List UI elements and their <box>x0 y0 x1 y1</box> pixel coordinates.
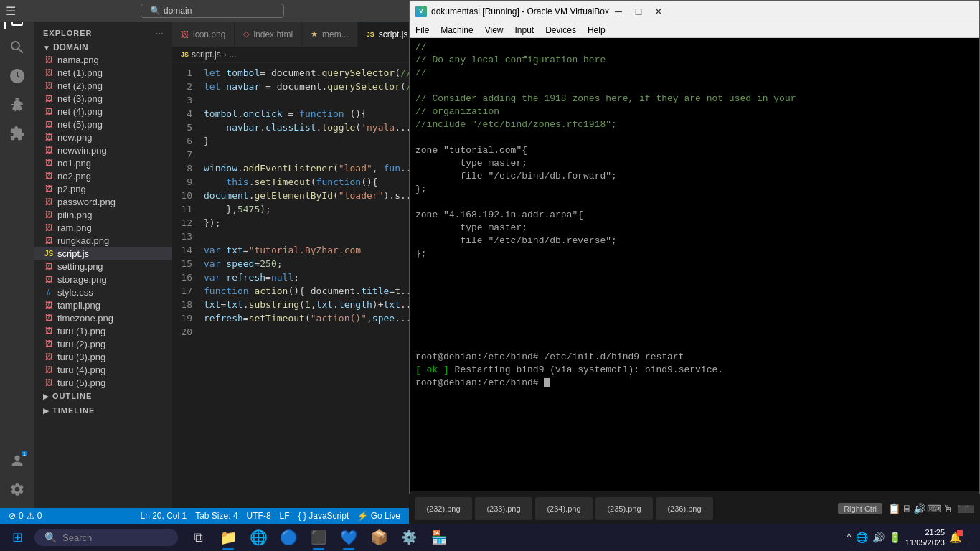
code-line-5: navbar.classList.toggle('nyala... <box>204 121 409 134</box>
taskbar-file-explorer[interactable]: 📁 <box>214 524 242 551</box>
sidebar-more-actions[interactable]: ··· <box>155 27 164 39</box>
file-pilih-png[interactable]: 🖼pilih.png <box>34 208 172 221</box>
tab-icon-png[interactable]: 🖼 icon.png <box>172 22 235 47</box>
vbox-close-button[interactable]: ✕ <box>649 4 668 19</box>
file-new-png[interactable]: 🖼new.png <box>34 131 172 143</box>
vbox-icon-3[interactable]: 🔊 <box>913 503 925 514</box>
vbox-menu-input[interactable]: Input <box>509 22 540 37</box>
tab-script-js[interactable]: JS script.js <box>358 22 409 47</box>
file-style-css[interactable]: #style.css <box>34 286 172 298</box>
file-no1-png[interactable]: 🖼no1.png <box>34 156 172 169</box>
thumbnail-236[interactable]: (236).png <box>656 497 713 520</box>
vbox-menu-view[interactable]: View <box>479 22 509 37</box>
taskbar-store[interactable]: 🏪 <box>425 524 453 551</box>
vbox-maximize-button[interactable]: □ <box>629 4 648 19</box>
status-ln-col[interactable]: Ln 20, Col 1 <box>137 511 189 521</box>
taskbar-task-view[interactable]: ⧉ <box>184 524 212 551</box>
code-content[interactable]: let tombol= document.querySelector(//...… <box>201 63 409 508</box>
file-net5-png[interactable]: 🖼net (5).png <box>34 118 172 131</box>
thumbnail-232[interactable]: (232).png <box>415 497 472 520</box>
file-script-js[interactable]: JSscript.js <box>34 247 172 260</box>
outline-section[interactable]: ▶ OUTLINE <box>34 389 172 403</box>
battery-icon[interactable]: 🔋 <box>889 532 901 543</box>
timeline-section[interactable]: ▶ TIMELINE <box>34 403 172 418</box>
vscode-search-bar: 🔍 domain <box>16 4 409 18</box>
taskbar-search[interactable]: 🔍 Search <box>34 529 178 546</box>
file-turu3-png[interactable]: 🖼turu (3).png <box>34 350 172 363</box>
vscode-menu-icon[interactable]: ☰ <box>6 4 16 18</box>
activity-git-icon[interactable] <box>4 63 30 89</box>
taskbar-clock[interactable]: 21:25 11/05/2023 <box>905 527 945 547</box>
activity-search-icon[interactable] <box>4 34 30 60</box>
file-p2-png[interactable]: 🖼p2.png <box>34 182 172 195</box>
tab-mem[interactable]: ★ mem... <box>302 22 358 47</box>
file-turu2-png[interactable]: 🖼turu (2).png <box>34 337 172 350</box>
file-no2-png[interactable]: 🖼no2.png <box>34 169 172 182</box>
activity-settings-icon[interactable] <box>4 476 30 502</box>
thumbnail-234[interactable]: (234).png <box>535 497 593 520</box>
code-line-20 <box>204 325 409 339</box>
folder-domain[interactable]: ▼ DOMAIN <box>34 42 172 53</box>
file-turu4-png[interactable]: 🖼turu (4).png <box>34 363 172 376</box>
activity-extensions-icon[interactable] <box>4 121 30 146</box>
settings-tb-icon: ⚙️ <box>401 529 417 545</box>
file-ram-png[interactable]: 🖼ram.png <box>34 221 172 234</box>
activity-account-icon[interactable]: 1 <box>4 448 30 474</box>
status-eol[interactable]: LF <box>277 511 293 521</box>
status-live[interactable]: ⚡ Go Live <box>354 511 403 521</box>
show-desktop-button[interactable] <box>969 530 971 545</box>
right-ctrl-label: Right Ctrl <box>838 503 882 514</box>
activity-debug-icon[interactable] <box>4 92 30 118</box>
file-net1-png[interactable]: 🖼net (1).png <box>34 66 172 79</box>
vbox-minimize-button[interactable]: ─ <box>609 4 628 19</box>
vbox-icon-4[interactable]: ⌨ <box>927 503 941 514</box>
notification-icon[interactable]: 🔔 <box>949 532 961 543</box>
virtualbox-window: V dokumentasi [Running] - Oracle VM Virt… <box>409 0 980 509</box>
file-turu1-png[interactable]: 🖼turu (1).png <box>34 324 172 337</box>
volume-icon[interactable]: 🔊 <box>872 532 885 543</box>
taskbar-search-label: Search <box>62 532 92 543</box>
file-newwin-png[interactable]: 🖼newwin.png <box>34 143 172 156</box>
thumbnail-235[interactable]: (235).png <box>595 497 653 520</box>
taskbar-terminal[interactable]: ⬛ <box>304 524 333 551</box>
file-setting-png[interactable]: 🖼setting.png <box>34 260 172 273</box>
vbox-menu-file[interactable]: File <box>410 22 435 37</box>
network-icon[interactable]: 🌐 <box>856 532 868 543</box>
file-turu5-png[interactable]: 🖼turu (5).png <box>34 376 172 389</box>
vbox-menu-help[interactable]: Help <box>582 22 611 37</box>
vbox-icon-5[interactable]: 🖱 <box>943 503 953 514</box>
taskbar-vbox[interactable]: 📦 <box>364 524 393 551</box>
file-net4-png[interactable]: 🖼net (4).png <box>34 105 172 118</box>
file-rungkad-png[interactable]: 🖼rungkad.png <box>34 234 172 247</box>
file-timezone-png[interactable]: 🖼timezone.png <box>34 311 172 324</box>
status-language[interactable]: { } JavaScript <box>296 511 352 521</box>
vbox-menu-machine[interactable]: Machine <box>435 22 479 37</box>
taskbar-chrome[interactable]: 🔵 <box>274 524 303 551</box>
vbox-menu-devices[interactable]: Devices <box>540 22 582 37</box>
thumbnail-233[interactable]: (233).png <box>475 497 532 520</box>
domain-search-label[interactable]: domain <box>164 6 192 16</box>
breadcrumb-file[interactable]: script.js <box>192 50 221 60</box>
vbox-line-9: zone "tutorial.com"{ <box>415 144 974 157</box>
file-tampil-png[interactable]: 🖼tampil.png <box>34 298 172 311</box>
taskbar-start-button[interactable]: ⊞ <box>3 524 32 551</box>
status-encoding[interactable]: UTF-8 <box>244 511 274 521</box>
status-errors[interactable]: ⊘ 0 ⚠ 0 <box>6 511 44 521</box>
taskbar-vscode[interactable]: 💙 <box>334 524 363 551</box>
file-net2-png[interactable]: 🖼net (2).png <box>34 79 172 92</box>
file-password-png[interactable]: 🖼password.png <box>34 195 172 208</box>
file-storage-png[interactable]: 🖼storage.png <box>34 273 172 286</box>
file-net3-png[interactable]: 🖼net (3).png <box>34 92 172 105</box>
vbox-icon-2[interactable]: 🖥 <box>902 503 912 514</box>
vbox-icon-1[interactable]: 📋 <box>888 503 900 514</box>
taskbar-edge[interactable]: 🌐 <box>244 524 273 551</box>
taskbar-settings[interactable]: ⚙️ <box>395 524 423 551</box>
code-line-15: var speed=250; <box>204 257 409 270</box>
chevron-up-icon[interactable]: ^ <box>847 532 852 543</box>
file-nama-png[interactable]: 🖼nama.png <box>34 53 172 66</box>
status-tab-size[interactable]: Tab Size: 4 <box>192 511 240 521</box>
code-editor[interactable]: 1 2 3 4 5 6 7 8 9 10 11 12 13 14 15 16 1… <box>172 63 409 508</box>
tab-index-html[interactable]: ◇ index.html <box>235 22 302 47</box>
vscode-icon: 💙 <box>340 529 358 546</box>
vbox-terminal[interactable]: // // Do any local configuration here //… <box>410 38 979 491</box>
